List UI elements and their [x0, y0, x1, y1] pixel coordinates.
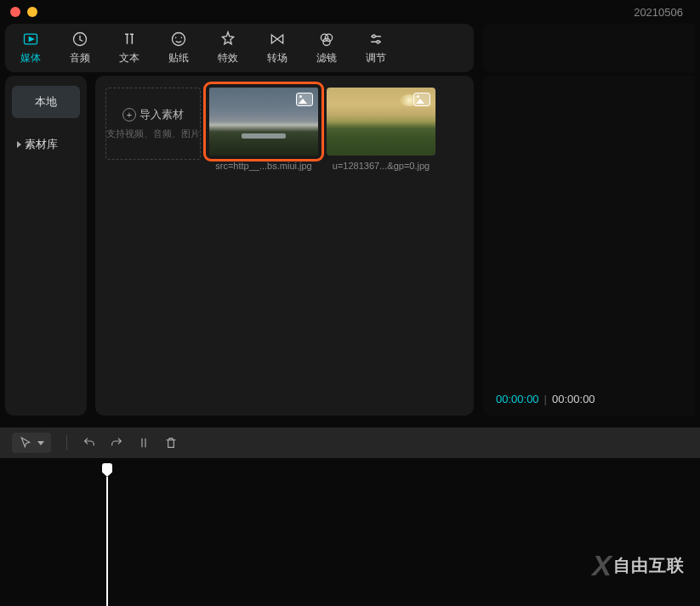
media-sidebar: 本地 素材库	[5, 76, 87, 416]
tab-transition[interactable]: 转场	[262, 31, 293, 65]
sidebar-item-label: 素材库	[25, 137, 58, 152]
timeline-toolbar	[0, 428, 700, 458]
import-media-button[interactable]: + 导入素材 支持视频、音频、图片	[105, 88, 201, 160]
watermark-logo-icon: X	[592, 549, 608, 582]
svg-point-5	[325, 34, 332, 41]
media-filename: u=1281367...&gp=0.jpg	[333, 161, 430, 171]
media-thumbnail	[209, 88, 318, 156]
tab-effect[interactable]: 特效	[213, 31, 243, 65]
tab-adjust[interactable]: 调节	[361, 31, 391, 65]
media-item[interactable]: u=1281367...&gp=0.jpg	[327, 88, 435, 171]
titlebar: 20210506	[0, 0, 700, 24]
window-close-button[interactable]	[10, 7, 20, 17]
image-badge-icon	[413, 93, 430, 106]
delete-button[interactable]	[164, 436, 178, 450]
sticker-icon	[170, 31, 187, 48]
project-date: 20210506	[634, 6, 683, 19]
playhead-line	[106, 477, 108, 606]
chevron-right-icon	[17, 141, 21, 148]
effect-icon	[219, 31, 236, 48]
text-icon	[121, 31, 138, 48]
import-sublabel: 支持视频、音频、图片	[106, 127, 200, 140]
tab-label: 文本	[119, 51, 139, 65]
media-grid: + 导入素材 支持视频、音频、图片 src=http__...bs.miui.j…	[95, 76, 474, 416]
divider	[66, 435, 67, 450]
chevron-down-icon	[37, 441, 44, 445]
tab-sticker[interactable]: 贴纸	[163, 31, 194, 65]
playhead[interactable]	[102, 463, 112, 606]
sidebar-item-local[interactable]: 本地	[12, 86, 80, 118]
split-button[interactable]	[137, 436, 151, 450]
svg-point-8	[377, 41, 379, 43]
svg-marker-1	[29, 37, 33, 42]
tab-media[interactable]: 媒体	[15, 31, 46, 65]
tab-label: 媒体	[20, 51, 41, 65]
current-time: 00:00:00	[496, 393, 539, 405]
image-badge-icon	[296, 93, 313, 106]
window-minimize-button[interactable]	[27, 7, 37, 17]
tab-label: 贴纸	[168, 51, 189, 65]
tab-audio[interactable]: 音频	[65, 31, 95, 65]
transition-icon	[269, 31, 286, 48]
time-display: 00:00:00 | 00:00:00	[482, 393, 695, 405]
plus-icon: +	[122, 108, 136, 122]
tab-label: 转场	[267, 51, 287, 65]
adjust-icon	[367, 31, 384, 48]
svg-point-7	[373, 35, 375, 37]
media-item[interactable]: src=http__...bs.miui.jpg	[209, 88, 318, 171]
total-time: 00:00:00	[552, 393, 595, 405]
media-filename: src=http__...bs.miui.jpg	[215, 161, 311, 171]
audio-icon	[71, 31, 88, 48]
time-separator: |	[544, 393, 547, 405]
tab-label: 音频	[70, 51, 90, 65]
sidebar-item-library[interactable]: 素材库	[12, 128, 80, 161]
watermark-text: 自由互联	[613, 554, 685, 577]
filter-icon	[318, 31, 335, 48]
tab-filter[interactable]: 滤镜	[311, 31, 342, 65]
tab-text[interactable]: 文本	[114, 31, 145, 65]
top-tabs: 媒体 音频 文本 贴纸 特效	[5, 24, 474, 72]
svg-point-3	[173, 33, 185, 46]
redo-button[interactable]	[110, 436, 123, 450]
selection-tool-button[interactable]	[12, 433, 51, 453]
cursor-icon	[19, 436, 32, 450]
media-thumbnail	[327, 88, 435, 156]
media-icon	[22, 31, 39, 48]
watermark: X 自由互联	[592, 549, 685, 582]
svg-point-6	[323, 38, 330, 45]
undo-button[interactable]	[83, 436, 96, 450]
tab-label: 滤镜	[316, 51, 337, 65]
preview-panel: 00:00:00 | 00:00:00	[482, 76, 695, 416]
preview-header-spacer	[482, 24, 695, 72]
import-label: 导入素材	[139, 107, 184, 122]
tab-label: 调节	[366, 51, 386, 65]
timeline[interactable]	[0, 458, 700, 606]
tab-label: 特效	[218, 51, 238, 65]
playhead-handle[interactable]	[102, 463, 112, 477]
